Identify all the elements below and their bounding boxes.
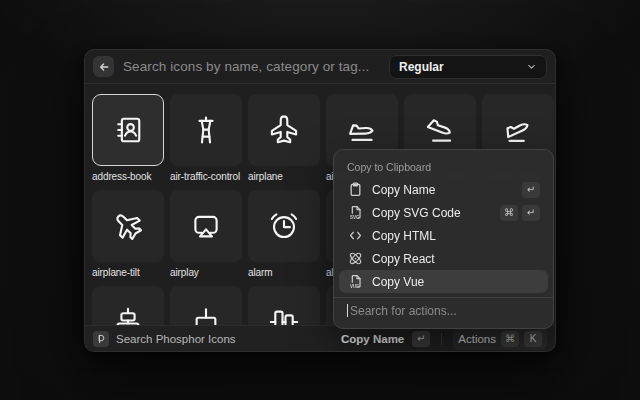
clipboard-icon xyxy=(347,182,363,198)
svg-text:VUE: VUE xyxy=(350,284,359,289)
icon-label: airplay xyxy=(170,267,242,278)
airplay-icon xyxy=(189,209,223,243)
icon-tile-airplane[interactable] xyxy=(248,94,320,166)
icon-tile-alarm[interactable] xyxy=(248,190,320,262)
align-center-horizontal-simple-icon xyxy=(189,305,223,325)
airplane-takeoff-icon xyxy=(501,113,535,147)
icon-cell-airplay[interactable]: airplay xyxy=(170,190,242,286)
arrow-left-icon xyxy=(98,61,110,73)
menu-item-copy-vue[interactable]: VUE Copy Vue xyxy=(339,270,548,293)
phosphor-search-window: Search icons by name, category or tag...… xyxy=(84,49,556,352)
icon-tile-airplane-tilt[interactable] xyxy=(92,190,164,262)
k-key-badge: K xyxy=(524,331,542,347)
icon-cell-alarm[interactable]: alarm xyxy=(248,190,320,286)
airplane-icon xyxy=(267,113,301,147)
command-key-badge: ⌘ xyxy=(500,205,518,221)
footer-primary-action[interactable]: Copy Name xyxy=(341,333,404,345)
icon-tile-align-center-horizontal-simple[interactable] xyxy=(170,286,242,325)
airplane-in-flight-icon xyxy=(345,113,379,147)
icon-tile-address-book[interactable] xyxy=(92,94,164,166)
icon-cell-airplane[interactable]: airplane xyxy=(248,94,320,190)
footer-actions-label: Actions xyxy=(458,333,496,345)
text-caret xyxy=(347,304,348,317)
icon-tile-align-center-vertical[interactable] xyxy=(248,286,320,325)
footer-divider xyxy=(441,333,442,345)
align-center-horizontal-icon xyxy=(111,305,145,325)
icon-cell-align-center-horizontal[interactable]: align-center-horizontal xyxy=(92,286,164,325)
search-input[interactable]: Search icons by name, category or tag... xyxy=(123,59,380,74)
icon-cell-airplane-tilt[interactable]: airplane-tilt xyxy=(92,190,164,286)
file-svg-icon: SVG xyxy=(347,205,363,221)
weight-dropdown-value: Regular xyxy=(399,60,444,74)
menu-item-label: Copy React xyxy=(372,252,435,266)
menu-item-label: Copy HTML xyxy=(372,229,436,243)
menu-item-copy-html[interactable]: Copy HTML xyxy=(339,224,548,247)
icon-cell-align-center-horizontal-simple[interactable]: align-center-horizontal-simple xyxy=(170,286,242,325)
file-vue-icon: VUE xyxy=(347,274,363,290)
airplane-landing-icon xyxy=(423,113,457,147)
back-button[interactable] xyxy=(93,56,114,77)
alarm-icon xyxy=(267,209,301,243)
icon-cell-address-book[interactable]: address-book xyxy=(92,94,164,190)
actions-menu: Copy to Clipboard Copy Name ↵ SVG Copy S… xyxy=(333,149,554,329)
icon-cell-align-center-vertical[interactable]: align-center-vertical xyxy=(248,286,320,325)
menu-item-label: Copy Name xyxy=(372,183,435,197)
address-book-icon xyxy=(111,113,145,147)
command-key-badge: ⌘ xyxy=(501,331,519,347)
icon-label: air-traffic-control xyxy=(170,171,242,182)
menu-item-copy-svg-code[interactable]: SVG Copy SVG Code ⌘ ↵ xyxy=(339,201,548,224)
menu-item-copy-name[interactable]: Copy Name ↵ xyxy=(339,178,548,201)
icon-label: address-book xyxy=(92,171,164,182)
weight-dropdown[interactable]: Regular xyxy=(389,55,547,79)
icon-label: alarm xyxy=(248,267,320,278)
menu-item-label: Copy SVG Code xyxy=(372,206,461,220)
air-traffic-control-icon xyxy=(189,113,223,147)
actions-search-placeholder: Search for actions... xyxy=(350,304,457,318)
icon-tile-air-traffic-control[interactable] xyxy=(170,94,242,166)
chevron-down-icon xyxy=(526,58,537,76)
footer-actions-button[interactable]: Actions ⌘ K xyxy=(453,328,547,350)
airplane-tilt-icon xyxy=(111,209,145,243)
actions-search-input[interactable]: Search for actions... xyxy=(339,298,548,323)
align-center-vertical-icon xyxy=(267,305,301,325)
return-key-badge: ↵ xyxy=(412,331,430,347)
icon-cell-air-traffic-control[interactable]: air-traffic-control xyxy=(170,94,242,190)
icon-tile-airplay[interactable] xyxy=(170,190,242,262)
svg-text:SVG: SVG xyxy=(350,215,360,220)
menu-item-copy-react[interactable]: Copy React xyxy=(339,247,548,270)
icon-tile-align-center-horizontal[interactable] xyxy=(92,286,164,325)
atom-icon xyxy=(347,251,363,267)
menu-section-title: Copy to Clipboard xyxy=(339,155,548,178)
icon-label: airplane-tilt xyxy=(92,267,164,278)
header: Search icons by name, category or tag...… xyxy=(85,50,555,83)
icon-label: airplane xyxy=(248,171,320,182)
return-key-badge: ↵ xyxy=(522,205,540,221)
phosphor-logo-icon xyxy=(93,331,109,347)
menu-item-label: Copy Vue xyxy=(372,275,424,289)
return-key-badge: ↵ xyxy=(522,182,540,198)
footer-app-name: Search Phosphor Icons xyxy=(116,333,236,345)
code-icon xyxy=(347,228,363,244)
